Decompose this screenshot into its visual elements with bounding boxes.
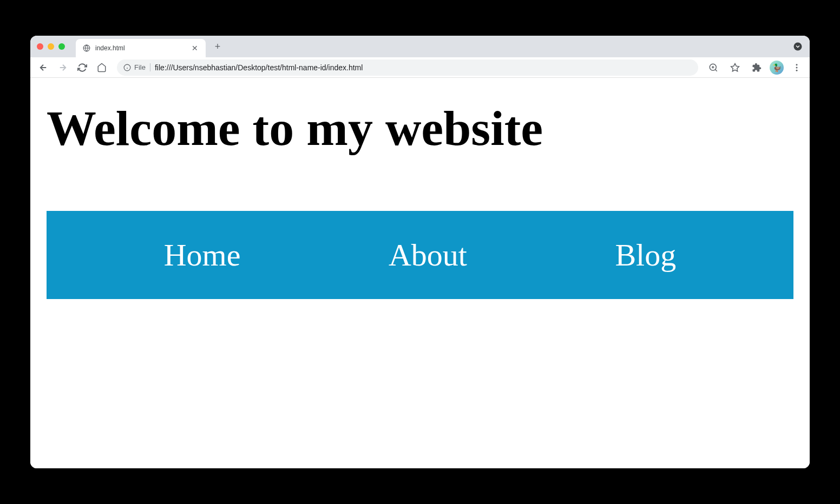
new-tab-button[interactable]: + [210, 39, 225, 54]
address-bar[interactable]: File file:///Users/nsebhastian/Desktop/t… [117, 59, 698, 76]
svg-point-12 [796, 67, 798, 68]
maximize-window-button[interactable] [58, 43, 65, 50]
browser-tab[interactable]: index.html ✕ [76, 39, 206, 57]
nav-link-about[interactable]: About [389, 237, 467, 273]
nav-link-home[interactable]: Home [164, 237, 241, 273]
globe-icon [82, 44, 91, 52]
toolbar-icons: 🦆 [705, 59, 805, 76]
menu-icon[interactable] [788, 59, 805, 76]
back-button[interactable] [35, 59, 52, 76]
avatar-icon: 🦆 [772, 63, 782, 72]
profile-avatar[interactable]: 🦆 [770, 61, 784, 75]
svg-line-7 [715, 69, 717, 71]
page-content: Welcome to my website Home About Blog [30, 78, 810, 468]
url-text: file:///Users/nsebhastian/Desktop/test/h… [155, 63, 692, 72]
forward-button[interactable] [54, 59, 71, 76]
minimize-window-button[interactable] [48, 43, 54, 50]
main-navigation: Home About Blog [47, 211, 793, 299]
home-button[interactable] [93, 59, 110, 76]
svg-point-2 [794, 43, 802, 51]
browser-window: index.html ✕ + [30, 36, 810, 468]
window-controls [37, 43, 65, 50]
tab-bar: index.html ✕ + [30, 36, 810, 57]
file-label: File [134, 63, 146, 71]
info-icon [123, 64, 131, 71]
nav-link-blog[interactable]: Blog [615, 237, 676, 273]
address-bar-row: File file:///Users/nsebhastian/Desktop/t… [30, 57, 810, 78]
svg-marker-10 [731, 63, 739, 71]
bookmark-icon[interactable] [726, 59, 744, 76]
zoom-icon[interactable] [705, 59, 722, 76]
tab-title: index.html [95, 44, 186, 52]
reload-button[interactable] [74, 59, 91, 76]
close-window-button[interactable] [37, 43, 43, 50]
file-protocol-badge: File [123, 63, 150, 71]
svg-point-11 [796, 64, 798, 65]
chevron-down-icon[interactable] [792, 41, 803, 52]
close-tab-button[interactable]: ✕ [191, 44, 199, 52]
extensions-icon[interactable] [748, 59, 765, 76]
page-title: Welcome to my website [47, 100, 793, 157]
svg-point-13 [796, 69, 798, 71]
